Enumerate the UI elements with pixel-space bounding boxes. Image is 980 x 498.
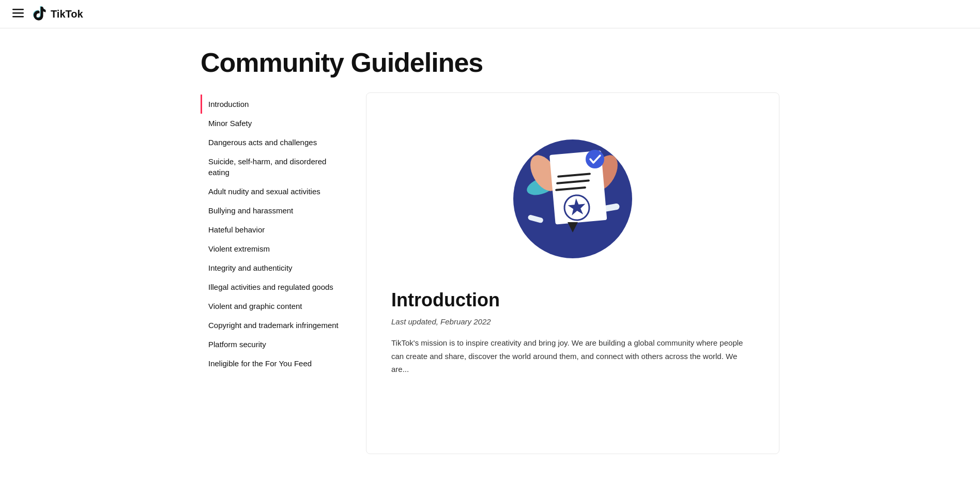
sidebar-item-introduction[interactable]: Introduction: [201, 95, 345, 114]
sidebar-item-illegal-activities[interactable]: Illegal activities and regulated goods: [201, 277, 345, 297]
svg-rect-0: [12, 9, 24, 10]
intro-body: TikTok's mission is to inspire creativit…: [391, 336, 754, 376]
sidebar-item-integrity[interactable]: Integrity and authenticity: [201, 258, 345, 277]
sidebar-nav: IntroductionMinor SafetyDangerous acts a…: [201, 95, 345, 373]
svg-rect-1: [12, 12, 24, 14]
intro-content: Introduction Last updated, February 2022…: [366, 289, 779, 401]
sidebar-item-ineligible[interactable]: Ineligible for the For You Feed: [201, 354, 345, 373]
sidebar-item-hateful-behavior[interactable]: Hateful behavior: [201, 220, 345, 239]
intro-illustration: [500, 124, 645, 269]
header: TikTok: [0, 0, 980, 28]
sidebar-item-violent-graphic[interactable]: Violent and graphic content: [201, 297, 345, 316]
logo-text: TikTok: [51, 8, 83, 20]
sidebar-item-adult-nudity[interactable]: Adult nudity and sexual activities: [201, 182, 345, 201]
sidebar-item-bullying[interactable]: Bullying and harassment: [201, 201, 345, 220]
sidebar: IntroductionMinor SafetyDangerous acts a…: [201, 92, 345, 373]
illustration-container: [366, 93, 779, 289]
tiktok-logo-icon: [32, 6, 48, 22]
sidebar-item-violent-extremism[interactable]: Violent extremism: [201, 239, 345, 258]
content-area: Introduction Last updated, February 2022…: [366, 92, 779, 454]
sidebar-item-minor-safety[interactable]: Minor Safety: [201, 114, 345, 133]
main-container: Community Guidelines IntroductionMinor S…: [180, 28, 800, 454]
svg-point-15: [586, 150, 604, 168]
svg-rect-2: [12, 16, 24, 18]
sidebar-item-dangerous-acts[interactable]: Dangerous acts and challenges: [201, 133, 345, 152]
sidebar-item-platform-security[interactable]: Platform security: [201, 335, 345, 354]
page-title: Community Guidelines: [201, 28, 779, 92]
content-layout: IntroductionMinor SafetyDangerous acts a…: [201, 92, 779, 454]
intro-section-title: Introduction: [391, 289, 754, 311]
logo[interactable]: TikTok: [32, 6, 83, 22]
sidebar-item-suicide-self-harm[interactable]: Suicide, self-harm, and disordered eatin…: [201, 152, 345, 182]
sidebar-item-copyright[interactable]: Copyright and trademark infringement: [201, 316, 345, 335]
intro-date: Last updated, February 2022: [391, 317, 754, 326]
menu-icon[interactable]: [12, 7, 24, 21]
